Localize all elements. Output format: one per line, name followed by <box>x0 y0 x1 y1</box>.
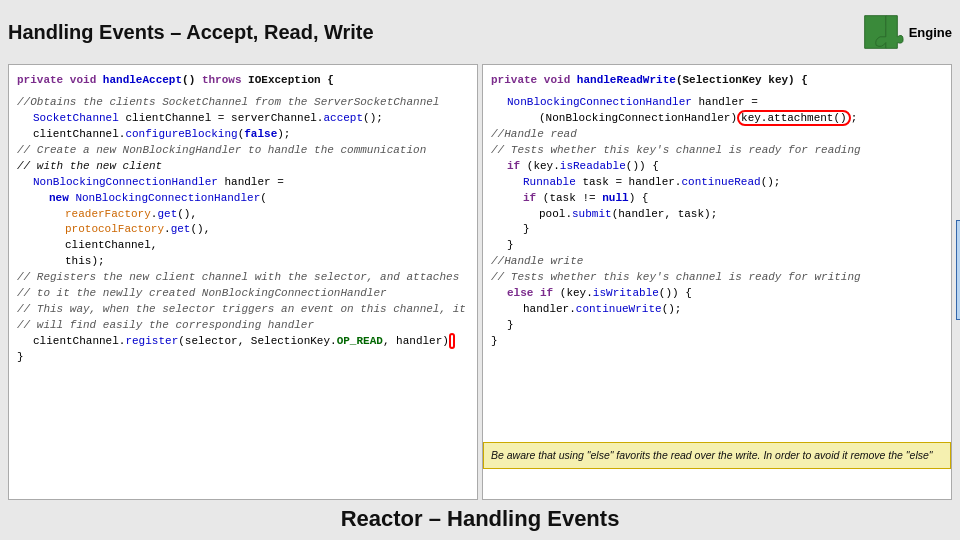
concurrency-tooltip: Concurrency issues: Two threads might ha… <box>956 220 960 320</box>
right-signature: private void handleReadWrite(SelectionKe… <box>491 73 943 89</box>
right-code-panel: private void handleReadWrite(SelectionKe… <box>482 64 952 500</box>
left-signature: private void handleAccept() throws IOExc… <box>17 73 469 89</box>
right-code-body: NonBlockingConnectionHandler handler = (… <box>491 95 943 350</box>
footer-title: Reactor – Handling Events <box>8 506 952 532</box>
else-tooltip-text: Be aware that using "else" favorits the … <box>491 449 933 461</box>
left-code-body: //Obtains the clients SocketChannel from… <box>17 95 469 366</box>
page-title: Handling Events – Accept, Read, Write <box>8 21 374 44</box>
else-tooltip: Be aware that using "else" favorits the … <box>483 442 951 469</box>
left-code-panel: private void handleAccept() throws IOExc… <box>8 64 478 500</box>
engine-icon <box>857 8 905 56</box>
engine-label: Engine <box>909 25 952 40</box>
engine-badge: Engine <box>857 8 952 56</box>
